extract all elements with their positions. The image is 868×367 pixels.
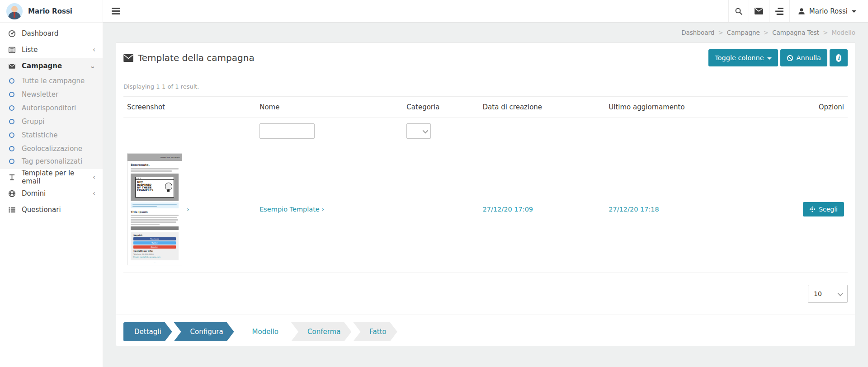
envelope-icon [123, 54, 133, 62]
wizard-step-configura[interactable]: Configura [174, 322, 234, 341]
updated-date: 27/12/20 17:18 [609, 206, 659, 213]
circle-icon [9, 146, 14, 151]
breadcrumb: Dashboard > Campagne > Campagna Test > M… [116, 23, 855, 42]
messages-button[interactable] [749, 0, 769, 22]
categoria-cell [403, 146, 479, 273]
thumb-banner-image: GET INSPIRED BY THESE EXAMPLES [131, 174, 179, 201]
thumb-header: TEMPLATE ESEMPIO [127, 154, 182, 161]
topbar-spacer [129, 0, 728, 22]
sidebar-subitem-geolocalizzazione[interactable]: Geolocalizzazione [0, 142, 103, 155]
sidebar-subitem-label: Autorisponditori [22, 104, 76, 112]
sidebar-subitem-newsletter[interactable]: Newsletter [0, 88, 103, 101]
sidebar-item-campagne[interactable]: Campagne ⌄ [0, 58, 103, 74]
chevron-down-icon: ⌄ [90, 62, 95, 70]
wizard-step-dettagli[interactable]: Dettagli [123, 322, 172, 341]
sidebar-item-label: Template per le email [22, 169, 87, 185]
th-list-icon [7, 206, 16, 214]
chevron-left-icon: ‹ [93, 173, 95, 181]
sidebar-item-template-email[interactable]: Template per le email ‹ [0, 169, 103, 185]
sidebar-toggle-button[interactable] [103, 0, 129, 22]
sidebar-subitem-autorisponditori[interactable]: Autorisponditori [0, 101, 103, 115]
page-size-select[interactable]: 10 [808, 285, 848, 303]
sidebar-nav: Dashboard Liste ‹ Campagne ⌄ [0, 23, 103, 218]
search-button[interactable] [728, 0, 749, 22]
sidebar-subitem-label: Geolocalizzazione [22, 145, 82, 153]
col-header-screenshot: Screenshot [123, 97, 256, 118]
circle-icon [9, 132, 14, 138]
caret-down-icon [767, 57, 772, 60]
wizard-steps: Dettagli Configura Modello Conferma Fatt… [123, 322, 848, 341]
main-area: Mario Rossi Dashboard > Campagne > Campa… [103, 0, 868, 367]
template-name-link[interactable]: Esempio Template › [259, 206, 324, 213]
template-thumbnail[interactable]: TEMPLATE ESEMPIO Benvenuto, [127, 153, 182, 265]
wizard-step-label: Modello [252, 328, 278, 336]
pagination: 10 [123, 273, 848, 315]
annulla-button[interactable]: Annulla [780, 49, 827, 66]
col-header-data-creazione: Data di creazione [479, 97, 605, 118]
user-menu[interactable]: Mario Rossi [789, 0, 868, 22]
twitter-button: Twitter [133, 241, 176, 245]
wizard-step-fatto[interactable]: Fatto [353, 322, 397, 341]
created-date: 27/12/20 17:09 [483, 206, 533, 213]
sidebar-subitem-label: Tag personalizzati [22, 157, 82, 165]
sidebar-item-label: Campagne [22, 62, 84, 70]
col-header-categoria: Categoria [403, 97, 479, 118]
thumb-callout [131, 202, 179, 209]
sidebar-subitem-tag-personalizzati[interactable]: Tag personalizzati [0, 155, 103, 169]
info-button[interactable]: i [830, 49, 848, 66]
sidebar-subitem-tutte-le-campagne[interactable]: Tutte le campagne [0, 74, 103, 88]
panel-title-wrap: Template della campagna [123, 52, 255, 63]
sidebar: Mario Rossi Dashboard Liste ‹ [0, 0, 103, 367]
wizard-step-label: Conferma [307, 328, 340, 336]
sidebar-subitem-statistiche[interactable]: Statistiche [0, 128, 103, 142]
tasks-button[interactable] [769, 0, 789, 22]
templates-table: Screenshot Nome Categoria Data di creazi… [123, 96, 848, 273]
wizard-step-label: Fatto [369, 328, 386, 336]
sidebar-item-liste[interactable]: Liste ‹ [0, 42, 103, 58]
panel-body: Displaying 1-1 of 1 result. Screenshot N… [116, 73, 855, 315]
thumb-section-title: Title Ipsum [131, 210, 179, 213]
wizard-step-conferma[interactable]: Conferma [291, 322, 351, 341]
sidebar-subitem-label: Gruppi [22, 118, 45, 126]
wizard-step-modello[interactable]: Modello [236, 322, 289, 341]
content: Dashboard > Campagne > Campagna Test > M… [103, 23, 868, 367]
sidebar-user-header[interactable]: Mario Rossi [0, 0, 103, 23]
user-menu-label: Mario Rossi [809, 7, 848, 15]
scegli-button[interactable]: Scegli [803, 202, 844, 216]
envelope-icon [7, 62, 16, 70]
topbar: Mario Rossi [103, 0, 868, 23]
sidebar-item-dashboard[interactable]: Dashboard [0, 25, 103, 42]
breadcrumb-item-campagne[interactable]: Campagne [727, 29, 760, 36]
sidebar-subitem-gruppi[interactable]: Gruppi [0, 115, 103, 128]
sidebar-active-group: Campagne ⌄ Tutte le campagne Newsletter … [0, 58, 103, 169]
sidebar-item-label: Liste [22, 46, 87, 54]
circle-icon [9, 78, 14, 84]
search-icon [735, 7, 743, 15]
circle-icon [9, 119, 14, 124]
sidebar-item-questionari[interactable]: Questionari [0, 202, 103, 218]
circle-icon [9, 159, 14, 164]
nome-filter-input[interactable] [259, 123, 315, 139]
sidebar-user-name: Mario Rossi [28, 7, 72, 15]
circle-icon [9, 92, 14, 97]
thumb-welcome: Benvenuto, [131, 163, 179, 167]
breadcrumb-item-campagna-test[interactable]: Campagna Test [772, 29, 819, 36]
wizard-step-label: Configura [190, 328, 223, 336]
sidebar-subitem-label: Tutte le campagne [22, 77, 85, 85]
caret-down-icon [852, 10, 856, 13]
lightbulb-icon [165, 183, 172, 190]
googleplus-button: Google+ [133, 245, 176, 249]
sidebar-item-domini[interactable]: Domini ‹ [0, 185, 103, 202]
preview-expand-link[interactable]: › [187, 206, 189, 213]
toggle-columns-button[interactable]: Toggle colonne [708, 49, 778, 66]
thumb-button [131, 226, 179, 230]
screenshot-cell: TEMPLATE ESEMPIO Benvenuto, [127, 153, 252, 265]
categoria-filter-select[interactable] [406, 123, 431, 139]
chevron-left-icon: ‹ [93, 189, 95, 198]
page-size-value: 10 [814, 290, 822, 297]
text-height-icon [7, 174, 16, 181]
breadcrumb-separator: > [718, 29, 723, 36]
list-alt-icon [7, 46, 16, 54]
breadcrumb-item-dashboard[interactable]: Dashboard [681, 29, 714, 36]
table-row: TEMPLATE ESEMPIO Benvenuto, [123, 146, 848, 273]
